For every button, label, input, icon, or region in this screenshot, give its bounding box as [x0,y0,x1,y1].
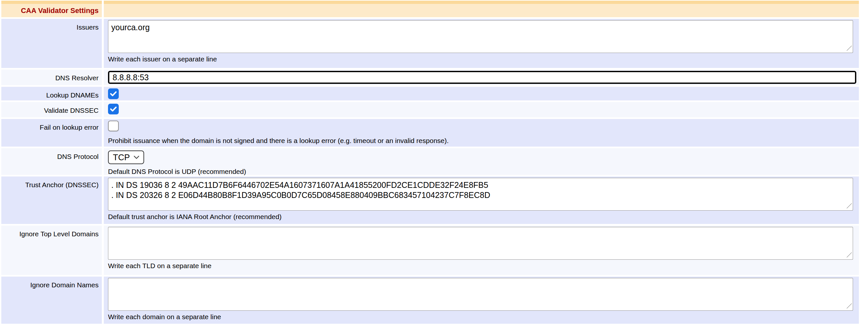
checkmark-icon [110,91,117,97]
validate-dnssec-row: Validate DNSSEC [1,102,859,117]
trust-anchor-textarea[interactable]: . IN DS 19036 8 2 49AAC11D7B6F6446702E54… [108,178,853,210]
ignore-domains-helper: Write each domain on a separate line [108,313,859,321]
caa-validator-settings-page: CAA Validator Settings Issuers yourca.or… [0,0,868,324]
issuers-row: Issuers yourca.org Write each issuer on … [1,19,859,68]
trust-anchor-label: Trust Anchor (DNSSEC) [1,176,102,224]
section-header-row: CAA Validator Settings [1,1,859,17]
dns-protocol-selected-value: TCP [113,153,130,163]
fail-on-lookup-error-checkbox[interactable] [108,121,119,131]
dns-protocol-helper: Default DNS Protocol is UDP (recommended… [108,168,859,175]
issuers-helper: Write each issuer on a separate line [108,55,859,63]
trust-anchor-row: Trust Anchor (DNSSEC) . IN DS 19036 8 2 … [1,176,859,224]
lookup-dnames-label: Lookup DNAMEs [1,87,102,100]
dns-protocol-label: DNS Protocol [1,148,102,175]
section-header-spacer [104,1,859,17]
issuers-label: Issuers [1,19,102,68]
ignore-tlds-textarea[interactable] [108,227,853,260]
fail-on-lookup-error-helper: Prohibit issuance when the domain is not… [108,137,859,144]
ignore-domains-row: Ignore Domain Names Write each domain on… [1,276,859,324]
fail-on-lookup-error-label: Fail on lookup error [1,119,102,146]
chevron-down-icon [134,156,139,159]
lookup-dnames-row: Lookup DNAMEs [1,87,859,100]
dns-resolver-row: DNS Resolver [1,70,859,85]
dns-resolver-input[interactable] [108,71,856,84]
ignore-tlds-label: Ignore Top Level Domains [1,226,102,275]
dns-resolver-label: DNS Resolver [1,70,102,85]
lookup-dnames-checkbox[interactable] [108,89,119,99]
page-title: CAA Validator Settings [21,6,99,14]
checkmark-icon [110,106,117,112]
dns-protocol-select[interactable]: TCP [108,151,144,164]
ignore-domains-label: Ignore Domain Names [1,276,102,324]
validate-dnssec-label: Validate DNSSEC [1,102,102,117]
issuers-textarea[interactable]: yourca.org [108,20,853,53]
ignore-tlds-helper: Write each TLD on a separate line [108,262,859,270]
validate-dnssec-checkbox[interactable] [108,104,119,115]
ignore-domains-textarea[interactable] [108,278,853,311]
trust-anchor-helper: Default trust anchor is IANA Root Anchor… [108,213,859,221]
section-header: CAA Validator Settings [1,1,102,17]
ignore-tlds-row: Ignore Top Level Domains Write each TLD … [1,226,859,275]
fail-on-lookup-error-row: Fail on lookup error Prohibit issuance w… [1,119,859,146]
dns-protocol-row: DNS Protocol TCP Default DNS Protocol is… [1,148,859,175]
